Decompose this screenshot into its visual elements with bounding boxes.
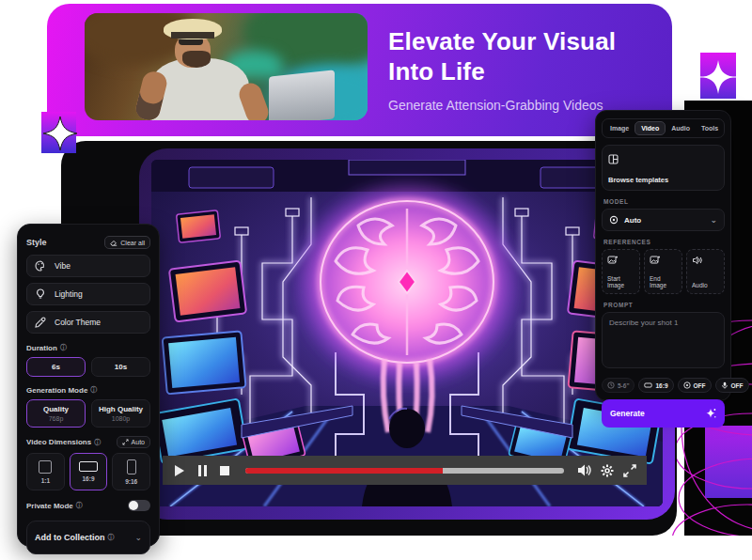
bulb-icon [35,288,46,300]
video-control-bar [163,456,647,485]
auto-dimensions-button[interactable]: Auto [117,436,150,448]
ratio-option-16-9[interactable]: 16:9 [70,453,108,490]
landscape-shape-icon [79,461,98,472]
tab-tools[interactable]: Tools [696,122,724,134]
model-icon [609,215,619,225]
star-icon [694,58,743,96]
duration-pill[interactable]: 5-6" [602,378,634,393]
lens-toggle-pill[interactable]: OFF [678,378,712,393]
fullscreen-icon [623,464,636,477]
video-dimensions-label: Video Dimensions [26,438,91,446]
media-tabs: Image Video Audio Tools [602,118,725,138]
style-label: Style [26,238,47,247]
generation-mode-quality[interactable]: Quality 768p [26,399,86,428]
clock-icon [607,381,615,389]
tab-video[interactable]: Video [634,121,666,135]
sparkle-icon [705,408,716,419]
play-icon [175,465,184,476]
browse-templates-button[interactable]: Browse templates [602,145,725,191]
play-button[interactable] [172,463,187,478]
info-icon: ⓘ [76,501,83,510]
start-image-slot[interactable]: Start Image [602,249,640,294]
style-settings-panel: Style Clear all Vibe Lighting Color Them… [17,224,160,547]
stop-button[interactable] [217,463,232,478]
templates-icon [608,154,619,164]
chevron-down-icon: ⌄ [134,533,142,542]
gear-icon [601,464,614,477]
style-option-color-theme[interactable]: Color Theme [26,311,150,334]
ratio-option-9-16[interactable]: 9:16 [112,453,150,490]
portrait-shape-icon [127,459,136,474]
add-to-collection-button[interactable]: Add to Collection ⓘ ⌄ [26,521,150,554]
private-mode-toggle[interactable] [128,500,150,511]
progress-bar[interactable] [245,468,564,474]
settings-button[interactable] [600,463,615,478]
lens-icon [683,381,691,389]
pause-button[interactable] [195,463,210,478]
info-icon: ⓘ [108,533,115,542]
chevron-down-icon: ⌄ [710,215,717,225]
eyedropper-icon [35,317,46,328]
banner-photo [85,13,368,120]
toggle-knob [129,501,138,510]
progress-fill [245,468,443,474]
info-icon: ⓘ [60,343,67,352]
image-plus-icon [607,255,619,266]
fullscreen-button[interactable] [622,463,637,478]
star-icon [39,114,81,157]
stop-icon [220,466,229,475]
video-preview[interactable] [151,160,663,506]
square-shape-icon [39,460,52,474]
prompt-label: PROMPT [603,302,723,308]
audio-slot[interactable]: Audio [686,249,725,294]
speaker-icon [692,255,703,266]
duration-label: Duration [26,344,57,352]
eraser-icon [110,239,118,246]
style-option-vibe[interactable]: Vibe [26,255,150,277]
duration-option-10s[interactable]: 10s [91,357,150,377]
generation-panel: Image Video Audio Tools Browse templates… [595,110,731,401]
duration-option-6s[interactable]: 6s [26,357,86,377]
page: Elevate Your Visual Into Life Generate A… [0,0,752,560]
tab-audio[interactable]: Audio [666,122,696,134]
volume-button[interactable] [577,463,592,478]
end-image-slot[interactable]: End Image [644,249,682,294]
clear-all-button[interactable]: Clear all [104,236,150,249]
aspect-pill[interactable]: 16:9 [638,378,673,393]
laptop [269,70,335,120]
bottom-right-gradient-square [705,426,752,498]
model-label: MODEL [603,198,723,205]
banner-title: Elevate Your Visual Into Life [388,26,661,86]
expand-icon [122,439,129,445]
model-select[interactable]: Auto ⌄ [602,209,725,231]
image-plus-icon [650,255,661,266]
mic-icon [721,381,728,389]
hero-banner: Elevate Your Visual Into Life Generate A… [47,4,672,136]
references-label: REFERENCES [603,239,723,245]
man-beard [182,51,211,68]
ratio-option-1-1[interactable]: 1:1 [26,453,65,490]
tab-image[interactable]: Image [604,122,634,134]
generation-mode-high-quality[interactable]: High Quality 1080p [91,399,150,428]
info-icon: ⓘ [94,438,101,447]
style-option-lighting[interactable]: Lighting [26,283,150,305]
volume-icon [578,464,592,476]
mic-toggle-pill[interactable]: OFF [715,378,749,393]
generate-button[interactable]: Generate [602,399,725,428]
info-icon: ⓘ [90,385,97,395]
aspect-ratio-icon [644,381,652,389]
generation-mode-label: Generation Mode [26,386,87,395]
hat-band [171,32,214,39]
prompt-input[interactable] [602,312,725,368]
pause-icon [198,465,207,476]
video-scene-art [151,160,663,506]
private-mode-label: Private Mode [26,502,73,510]
palette-icon [35,260,46,272]
